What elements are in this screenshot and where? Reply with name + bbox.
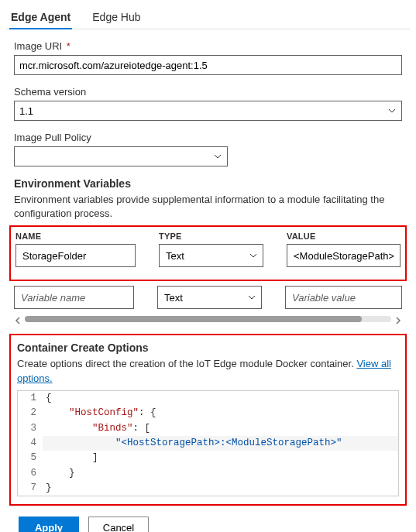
code-content[interactable]: }: [43, 481, 398, 496]
env-type-placeholder-select[interactable]: [157, 286, 262, 309]
code-line[interactable]: 7}: [18, 481, 398, 496]
required-asterisk: *: [67, 40, 70, 52]
code-content[interactable]: ]: [43, 451, 398, 465]
tab-edge-agent[interactable]: Edge Agent: [9, 6, 72, 29]
cco-desc: Create options direct the creation of th…: [17, 357, 399, 385]
code-content[interactable]: {: [43, 391, 398, 406]
image-uri-input[interactable]: [14, 55, 402, 75]
image-pull-policy-select[interactable]: [14, 146, 228, 166]
env-name-placeholder-input[interactable]: [14, 286, 134, 309]
image-pull-policy-label: Image Pull Policy: [14, 132, 402, 143]
env-header-type: TYPE: [159, 232, 263, 241]
image-uri-label: Image URI *: [14, 40, 402, 52]
env-horizontal-scrollbar[interactable]: [14, 315, 402, 323]
apply-button[interactable]: Apply: [19, 517, 79, 532]
tabs-bar: Edge Agent Edge Hub: [6, 6, 410, 29]
line-number: 1: [18, 391, 43, 406]
line-number: 5: [18, 451, 43, 465]
line-number: 2: [18, 406, 43, 420]
cco-title: Container Create Options: [17, 342, 399, 354]
env-header-value: VALUE: [287, 232, 401, 241]
env-name-input[interactable]: [15, 244, 136, 267]
code-content[interactable]: "HostConfig": {: [43, 406, 398, 420]
code-line[interactable]: 5 ]: [18, 451, 398, 465]
scroll-right-icon[interactable]: [394, 315, 402, 323]
cco-highlight-box: Container Create Options Create options …: [9, 334, 407, 506]
line-number: 7: [18, 481, 43, 496]
code-content[interactable]: "Binds": [: [43, 421, 398, 436]
schema-version-label: Schema version: [14, 86, 402, 98]
env-vars-desc: Environment variables provide supplement…: [14, 193, 402, 221]
env-vars-title: Environment Variables: [14, 177, 402, 190]
cancel-button[interactable]: Cancel: [88, 517, 149, 532]
line-number: 4: [18, 436, 43, 451]
env-header-name: NAME: [15, 232, 136, 241]
line-number: 6: [18, 466, 43, 481]
code-line[interactable]: 1{: [18, 391, 398, 406]
schema-version-select[interactable]: [14, 101, 402, 121]
env-value-placeholder-input[interactable]: [285, 286, 402, 309]
scroll-thumb[interactable]: [25, 316, 362, 322]
env-header-row: NAME TYPE VALUE: [15, 230, 401, 244]
env-value-input[interactable]: [287, 244, 401, 267]
env-row: [15, 244, 401, 267]
env-highlight-box: NAME TYPE VALUE: [9, 225, 407, 281]
scroll-left-icon[interactable]: [14, 315, 22, 323]
env-placeholder-row: [14, 286, 402, 309]
code-line[interactable]: 6 }: [18, 466, 398, 481]
code-content[interactable]: "<HostStoragePath>:<ModuleStoragePath>": [43, 436, 398, 451]
code-editor[interactable]: 1{2 "HostConfig": {3 "Binds": [4 "<HostS…: [17, 390, 399, 497]
code-line[interactable]: 2 "HostConfig": {: [18, 406, 398, 420]
env-type-select[interactable]: [159, 244, 263, 267]
scroll-track[interactable]: [25, 316, 391, 322]
tab-edge-hub[interactable]: Edge Hub: [91, 6, 142, 29]
code-line[interactable]: 4 "<HostStoragePath>:<ModuleStoragePath>…: [18, 436, 398, 451]
cco-desc-text: Create options direct the creation of th…: [17, 358, 356, 369]
code-line[interactable]: 3 "Binds": [: [18, 421, 398, 436]
code-content[interactable]: }: [43, 466, 398, 481]
line-number: 3: [18, 421, 43, 436]
image-uri-label-text: Image URI: [14, 40, 62, 52]
